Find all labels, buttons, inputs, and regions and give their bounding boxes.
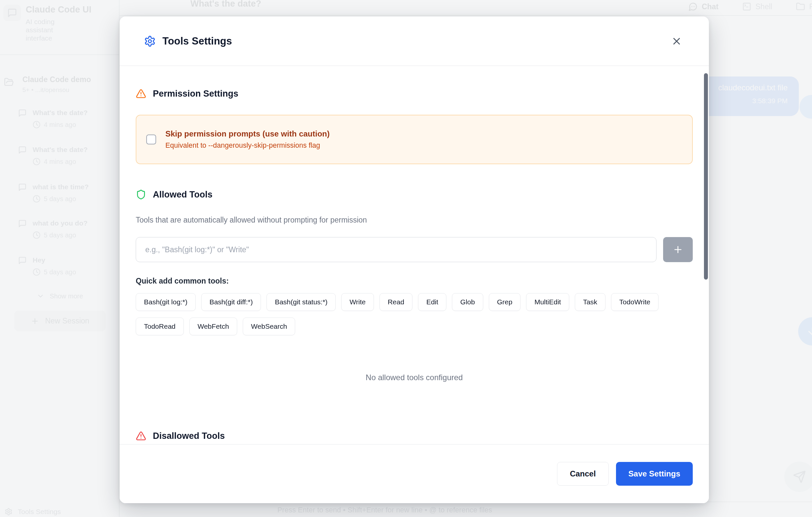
quick-add-tool-button[interactable]: TodoRead [136, 318, 184, 335]
shield-icon [136, 189, 146, 200]
folder-icon [796, 2, 805, 11]
session-item: What's the date? 4 mins ago [18, 146, 117, 165]
chat-bubble-icon [18, 256, 27, 276]
quick-add-tool-button[interactable]: Task [575, 293, 605, 311]
session-title: What's the date? [33, 109, 88, 117]
session-item: what is the time? 5 days ago [18, 183, 117, 203]
add-tool-row [136, 237, 693, 262]
tool-pattern-input[interactable] [136, 237, 657, 262]
session-title: what do you do? [33, 219, 88, 227]
quick-add-tool-button[interactable]: Bash(git log:*) [136, 293, 196, 311]
quick-add-tool-button[interactable]: WebSearch [243, 318, 295, 335]
quick-add-tool-button[interactable]: Glob [452, 293, 483, 311]
terminal-icon [742, 2, 751, 11]
show-more-link: Show more [0, 292, 120, 300]
tab-files: Files [796, 2, 812, 11]
close-button[interactable] [669, 34, 684, 49]
session-time: 5 days ago [44, 268, 76, 276]
clock-icon [33, 231, 40, 239]
chat-title: What's the date? [191, 0, 261, 9]
app-screen: Claude Code UI AI coding assistant inter… [0, 0, 812, 517]
quick-add-tool-button[interactable]: Bash(git diff:*) [201, 293, 261, 311]
chat-bubble-icon [7, 8, 17, 18]
session-title: What's the date? [33, 146, 88, 154]
quick-add-tool-button[interactable]: Grep [489, 293, 521, 311]
project-meta: 5+ • ...it/opensou [22, 86, 91, 93]
quick-add-tool-button[interactable]: TodoWrite [611, 293, 659, 311]
add-tool-button[interactable] [663, 237, 693, 262]
tools-settings-modal: Tools Settings Permission Settings Skip … [120, 17, 709, 503]
plus-icon [673, 244, 683, 255]
sidebar-divider [0, 54, 120, 55]
allowed-tools-empty-state: No allowed tools configured [136, 373, 693, 382]
disallowed-tools-heading: Disallowed Tools [136, 431, 693, 441]
session-item: Hey 5 days ago [18, 256, 117, 276]
modal-body: Permission Settings Skip permission prom… [120, 66, 709, 444]
send-icon [793, 470, 806, 483]
session-time: 4 mins ago [44, 121, 76, 129]
session-title: what is the time? [33, 183, 89, 191]
chat-bubble-icon [18, 219, 27, 239]
cancel-button[interactable]: Cancel [557, 462, 609, 486]
app-logo [3, 5, 21, 21]
chat-bubble-icon [18, 146, 27, 165]
tools-settings-link: Tools Settings [5, 508, 61, 516]
view-tabs: Chat Shell Files [689, 2, 812, 11]
modal-footer: Cancel Save Settings [120, 444, 709, 503]
quick-add-tool-button[interactable]: MultiEdit [526, 293, 569, 311]
clock-icon [33, 121, 40, 129]
quick-add-label: Quick add common tools: [136, 277, 693, 285]
skip-permissions-label: Skip permission prompts (use with cautio… [165, 129, 330, 138]
close-icon [671, 36, 682, 47]
warning-triangle-icon [136, 431, 146, 441]
permission-settings-heading: Permission Settings [136, 88, 693, 99]
quick-add-tool-button[interactable]: Edit [418, 293, 446, 311]
arrow-down-icon [806, 325, 812, 337]
session-item: What's the date? 4 mins ago [18, 109, 117, 129]
clock-icon [33, 195, 40, 203]
modal-scrollbar-thumb[interactable] [704, 73, 708, 280]
chat-bubble-icon [18, 183, 27, 203]
session-time: 5 days ago [44, 232, 76, 239]
warning-triangle-icon [136, 88, 146, 99]
plus-icon [31, 317, 39, 325]
session-time: 5 days ago [44, 195, 76, 203]
gear-icon [144, 35, 156, 47]
sidebar: Claude Code UI AI coding assistant inter… [0, 0, 120, 517]
avatar [800, 95, 812, 119]
quick-add-tool-button[interactable]: Read [379, 293, 412, 311]
skip-permissions-checkbox[interactable] [146, 135, 156, 144]
project-name: Claude Code demo [22, 75, 91, 84]
allowed-tools-description: Tools that are automatically allowed wit… [136, 216, 693, 224]
modal-title: Tools Settings [163, 35, 232, 47]
skip-permissions-subtext: Equivalent to --dangerously-skip-permiss… [165, 141, 330, 150]
chevron-down-icon [36, 292, 45, 300]
composer-hint: Press Enter to send • Shift+Enter for ne… [120, 506, 650, 514]
chat-bubble-icon [18, 109, 27, 129]
app-subtitle: AI coding assistant interface [26, 18, 75, 42]
quick-add-tool-button[interactable]: WebFetch [190, 318, 237, 335]
save-settings-button[interactable]: Save Settings [616, 462, 693, 486]
send-button [784, 462, 812, 492]
clock-icon [33, 268, 40, 276]
allowed-tools-heading: Allowed Tools [136, 189, 693, 200]
clock-icon [33, 158, 40, 165]
tab-chat: Chat [689, 2, 719, 11]
chat-bubble-icon [689, 2, 698, 11]
scroll-to-bottom-button [798, 317, 812, 346]
session-item: what do you do? 5 days ago [18, 219, 117, 239]
new-session-button: New Session [14, 310, 106, 331]
skip-permissions-box: Skip permission prompts (use with cautio… [136, 115, 693, 164]
quick-add-tool-button[interactable]: Write [341, 293, 374, 311]
gear-icon [5, 508, 12, 516]
quick-add-tool-button[interactable]: Bash(git status:*) [266, 293, 336, 311]
app-header: Claude Code UI AI coding assistant inter… [3, 5, 92, 42]
tab-shell: Shell [742, 2, 772, 11]
app-title: Claude Code UI [26, 5, 92, 15]
modal-header: Tools Settings [120, 17, 709, 66]
session-title: Hey [33, 256, 76, 264]
quick-add-tools: Bash(git log:*) Bash(git diff:*) Bash(gi… [136, 293, 693, 335]
session-time: 4 mins ago [44, 158, 76, 165]
project-row: Claude Code demo 5+ • ...it/opensou [4, 75, 91, 93]
folder-open-icon [4, 77, 14, 93]
